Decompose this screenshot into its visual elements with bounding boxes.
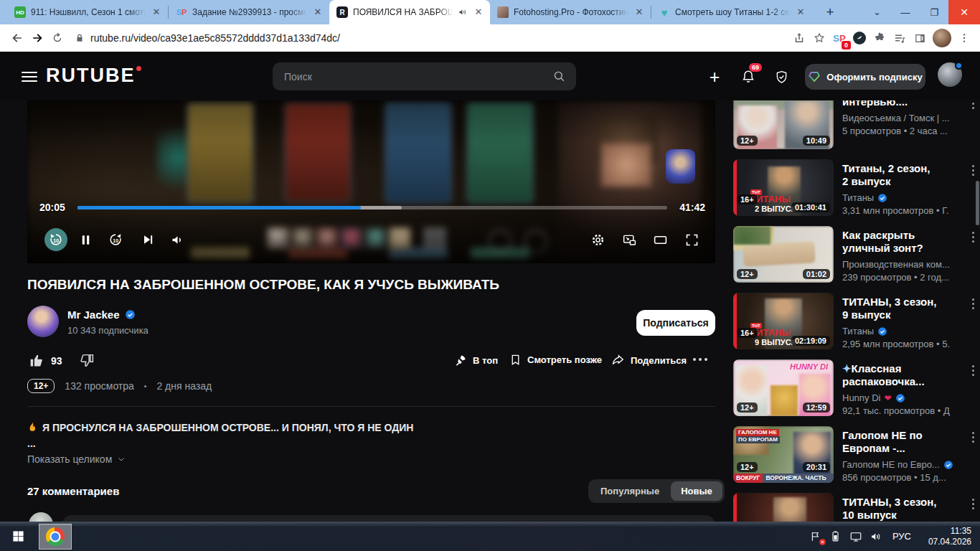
settings-gear-icon[interactable] xyxy=(588,230,607,249)
window-minimize-button[interactable]: — xyxy=(891,0,920,24)
tab-close-icon[interactable]: ✕ xyxy=(312,6,324,18)
search-icon[interactable] xyxy=(552,70,566,83)
tab-close-icon[interactable]: ✕ xyxy=(633,6,645,18)
video-thumbnail[interactable]: 12+ 01:02 xyxy=(733,226,834,283)
tab-close-icon[interactable]: ✕ xyxy=(151,6,162,18)
taskbar-clock[interactable]: 11:35 07.04.2026 xyxy=(921,526,971,547)
share-button[interactable]: Поделиться xyxy=(611,354,687,367)
rutube-logo[interactable]: RUTUBE xyxy=(46,65,141,87)
dislike-icon[interactable] xyxy=(80,353,95,368)
tab-search-chevron-icon[interactable]: ⌄ xyxy=(874,7,881,17)
next-video-button[interactable] xyxy=(138,230,157,249)
channel-name[interactable]: Производственная ком... xyxy=(842,259,950,270)
language-indicator[interactable]: РУС xyxy=(892,531,911,542)
battery-icon[interactable] xyxy=(828,529,844,545)
premium-subscribe-button[interactable]: Оформить подписку xyxy=(805,64,925,90)
channel-name[interactable]: Титаны xyxy=(842,326,874,336)
window-maximize-button[interactable]: ❐ xyxy=(920,0,949,24)
tab-close-icon[interactable]: ✕ xyxy=(473,6,484,18)
recommended-video-item[interactable]: HUNNY DI 12+ 12:59 ✦Классная распаковочк… xyxy=(733,359,974,416)
user-avatar[interactable] xyxy=(938,62,962,87)
browser-menu-icon[interactable] xyxy=(954,28,974,48)
theater-mode-icon[interactable] xyxy=(651,230,669,249)
tab-audio-icon[interactable] xyxy=(458,7,468,17)
forward-button[interactable] xyxy=(27,28,47,48)
channel-name[interactable]: Видеосъемка / Томск | ... xyxy=(842,113,950,123)
recommended-video-item[interactable]: 12+ 01:02 Как раскрыть уличный зонт? Про… xyxy=(733,226,974,283)
sort-new-button[interactable]: Новые xyxy=(671,481,722,501)
like-icon[interactable] xyxy=(29,353,44,368)
reload-button[interactable] xyxy=(47,28,67,48)
adblock-extension-icon[interactable] xyxy=(849,28,870,48)
chrome-taskbar-button[interactable] xyxy=(39,524,72,550)
hamburger-menu-icon[interactable] xyxy=(22,69,37,85)
video-title[interactable]: ✦Классная распаковочка... xyxy=(842,362,963,388)
notifications-bell-icon[interactable]: 69 xyxy=(739,67,758,86)
video-title[interactable]: Как раскрыть уличный зонт? xyxy=(842,229,963,255)
shield-check-icon[interactable] xyxy=(772,67,791,86)
tab-zadanie[interactable]: SP Задание №2939913 - просмот ✕ xyxy=(169,0,329,24)
boost-button[interactable]: В топ xyxy=(453,354,498,367)
more-options-icon[interactable] xyxy=(972,298,974,309)
network-icon[interactable] xyxy=(848,529,864,545)
channel-name[interactable]: Титаны xyxy=(842,192,874,203)
more-options-icon[interactable] xyxy=(972,365,974,376)
tab-911-nashville[interactable]: HD 911: Нэшвилл, Сезон 1 смотре ✕ xyxy=(7,0,168,24)
url-text[interactable]: rutube.ru/video/ca93e1ae5c85572dddd37d1a… xyxy=(90,32,340,44)
tab-fotohosting[interactable]: Fotohosting.Pro - Фотохостин ✕ xyxy=(490,0,651,24)
video-player[interactable]: 20:05 41:42 10 10 xyxy=(27,100,715,263)
video-thumbnail[interactable]: HUNNY DI 12+ 12:59 xyxy=(733,359,834,416)
video-title[interactable]: Галопом НЕ по Европам -... xyxy=(842,429,963,455)
channel-name[interactable]: Mr Jackee xyxy=(67,309,120,321)
volume-button[interactable] xyxy=(168,230,187,249)
video-title[interactable]: ТИТАНЫ, 3 сезон, 9 выпуск xyxy=(842,296,963,321)
sidepanel-icon[interactable] xyxy=(910,28,930,48)
recommended-video-item[interactable]: ГАЛОПОМ НЕ ПО ЕВРОПАМ ВОКРУГ ВОРОНЕЖА. Ч… xyxy=(733,426,974,483)
speaker-icon[interactable] xyxy=(868,529,884,545)
video-thumbnail[interactable]: ГАЛОПОМ НЕ ПО ЕВРОПАМ ВОКРУГ ВОРОНЕЖА. Ч… xyxy=(733,426,834,483)
search-box[interactable] xyxy=(273,62,576,90)
forward-10-button[interactable]: 10 xyxy=(106,230,125,249)
picture-in-picture-icon[interactable] xyxy=(620,230,639,249)
fullscreen-icon[interactable] xyxy=(682,230,701,249)
upload-plus-icon[interactable]: + xyxy=(705,67,724,86)
watch-later-button[interactable]: Смотреть позже xyxy=(509,354,602,366)
notifications-flag-icon[interactable]: ✕ xyxy=(808,529,824,545)
video-thumbnail[interactable]: ТНТ ТИТАНЫ 2 ВЫПУСК 16+ 01:30:41 xyxy=(733,159,834,216)
subscribe-button[interactable]: Подписаться xyxy=(636,310,715,336)
page-scrollbar[interactable] xyxy=(976,181,979,225)
video-title[interactable]: ТИТАНЫ, 3 сезон, 10 выпуск xyxy=(842,496,963,522)
recommended-video-item[interactable]: 12+ 10:49 Неудачноеинтервью.... Видеосъе… xyxy=(733,93,974,149)
channel-avatar[interactable] xyxy=(27,306,59,337)
search-input[interactable] xyxy=(283,70,552,83)
video-thumbnail[interactable]: 12+ 10:49 xyxy=(733,93,834,149)
sp-extension-icon[interactable]: SP 0 xyxy=(829,28,849,48)
playlist-extension-icon[interactable] xyxy=(890,28,910,48)
share-icon[interactable] xyxy=(789,28,809,48)
tab-titans[interactable]: ♥ Смотреть шоу Титаны 1-2 сез ✕ xyxy=(651,0,812,24)
new-tab-button[interactable]: + xyxy=(821,3,839,22)
channel-name[interactable]: Hunny Di xyxy=(842,392,880,403)
rewind-10-button[interactable]: 10 xyxy=(44,228,67,251)
video-thumbnail[interactable]: ТНТ ТИТАНЫ 9 ВЫПУСК 16+ 02:19:09 xyxy=(733,293,834,349)
channel-name[interactable]: Галопом НЕ по Евро... xyxy=(842,459,940,470)
more-actions-icon[interactable] xyxy=(693,358,707,361)
sort-popular-button[interactable]: Популярные xyxy=(590,481,669,501)
more-options-icon[interactable] xyxy=(972,499,974,509)
bookmark-star-icon[interactable] xyxy=(809,28,829,48)
tab-rutube-active[interactable]: R ПОЯВИЛСЯ НА ЗАБРОШЕ ✕ xyxy=(329,0,490,24)
show-full-description[interactable]: Показать целиком xyxy=(27,453,126,465)
seek-bar[interactable] xyxy=(77,206,667,209)
more-options-icon[interactable] xyxy=(972,232,974,242)
pause-button[interactable] xyxy=(76,230,95,249)
recommended-video-item[interactable]: ТНТ ТИТАНЫ 2 ВЫПУСК 16+ 01:30:41 Титаны,… xyxy=(733,159,974,216)
tab-close-icon[interactable]: ✕ xyxy=(795,6,806,18)
extensions-puzzle-icon[interactable] xyxy=(870,28,890,48)
back-button[interactable] xyxy=(7,28,27,48)
recommended-video-item[interactable]: ТНТ ТИТАНЫ 9 ВЫПУСК 16+ 02:19:09 ТИТАНЫ,… xyxy=(733,293,974,349)
address-bar[interactable]: rutube.ru/video/ca93e1ae5c85572dddd37d1a… xyxy=(75,32,789,44)
profile-avatar[interactable] xyxy=(933,29,951,47)
more-options-icon[interactable] xyxy=(972,432,974,443)
video-title[interactable]: Титаны, 2 сезон, 2 выпуск xyxy=(842,162,963,188)
more-options-icon[interactable] xyxy=(972,165,974,176)
